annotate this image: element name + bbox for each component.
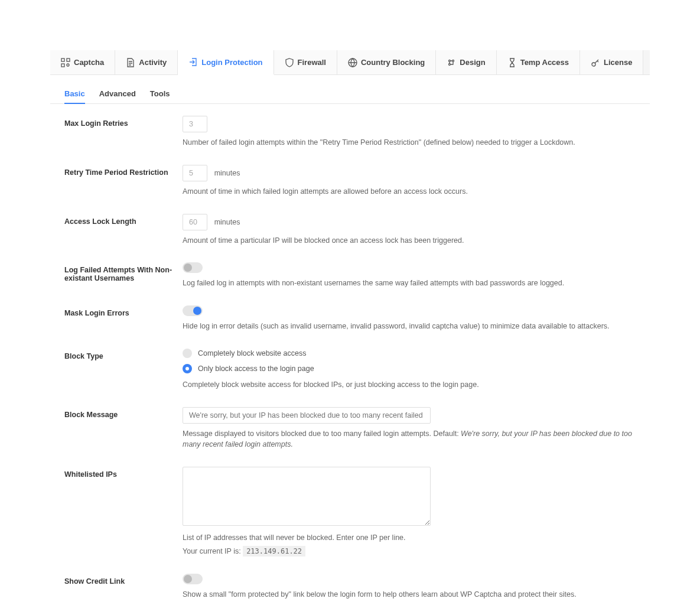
key-icon (591, 58, 600, 67)
tab-activity[interactable]: Activity (115, 50, 178, 74)
block-type-label: Block Type (64, 349, 183, 360)
svg-rect-1 (67, 58, 70, 61)
tab-label: Captcha (74, 58, 104, 67)
block-message-input[interactable] (183, 407, 431, 424)
retry-period-suffix: minutes (214, 169, 240, 177)
credit-link-label: Show Credit Link (64, 574, 183, 586)
max-retries-label: Max Login Retries (64, 116, 183, 128)
sub-tabs: BasicAdvancedTools (50, 75, 650, 104)
login-icon (188, 57, 198, 67)
log-failed-help: Log failed log in attempts with non-exis… (183, 278, 636, 289)
lock-length-input[interactable] (183, 214, 207, 230)
subtab-tools[interactable]: Tools (150, 84, 170, 103)
tab-design[interactable]: Design (436, 50, 496, 74)
svg-rect-0 (61, 58, 64, 61)
mask-errors-help: Hide log in error details (such as inval… (183, 321, 636, 332)
radio-icon (183, 364, 192, 373)
globe-icon (348, 58, 357, 67)
current-ip-value: 213.149.61.22 (243, 546, 305, 557)
whitelisted-ips-textarea[interactable] (183, 467, 431, 526)
tab-label: Country Blocking (361, 58, 425, 67)
lock-length-help: Amount of time a particular IP will be b… (183, 235, 636, 246)
form-area: Max Login Retries Number of failed login… (50, 116, 650, 605)
block-message-label: Block Message (64, 407, 183, 419)
block-type-option-1[interactable]: Only block access to the login page (183, 364, 636, 373)
lock-length-suffix: minutes (214, 218, 240, 226)
whitelisted-ips-help: List of IP addresses that will never be … (183, 532, 636, 544)
file-icon (126, 58, 135, 67)
block-type-option-0[interactable]: Completely block website access (183, 349, 636, 358)
svg-point-6 (452, 60, 454, 61)
block-message-help: Message displayed to visitors blocked du… (183, 428, 636, 451)
mask-errors-toggle[interactable] (183, 305, 203, 316)
lock-length-label: Access Lock Length (64, 214, 183, 226)
max-retries-help: Number of failed login attempts within t… (183, 137, 636, 148)
tab-label: License (604, 58, 632, 67)
radio-label: Only block access to the login page (198, 365, 314, 373)
credit-link-help: Show a small "form protected by" link be… (183, 589, 636, 600)
tab-label: Firewall (298, 58, 326, 67)
tab-label: Design (460, 58, 485, 67)
current-ip-line: Your current IP is: 213.149.61.22 (183, 546, 636, 557)
retry-period-input[interactable] (183, 165, 207, 181)
credit-link-toggle[interactable] (183, 574, 203, 584)
radio-icon (183, 349, 192, 358)
subtab-basic[interactable]: Basic (64, 84, 85, 104)
hourglass-icon (507, 58, 517, 67)
tab-label: Login Protection (201, 58, 262, 67)
retry-period-label: Retry Time Period Restriction (64, 165, 183, 177)
captcha-icon (61, 58, 70, 67)
svg-rect-2 (61, 64, 64, 67)
radio-label: Completely block website access (198, 349, 306, 357)
tab-temp-access[interactable]: Temp Access (497, 50, 580, 74)
max-retries-input[interactable] (183, 116, 207, 132)
tab-login-protection[interactable]: Login Protection (178, 50, 274, 75)
log-failed-label: Log Failed Attempts With Non-existant Us… (64, 262, 183, 282)
tab-license[interactable]: License (580, 50, 643, 74)
mask-errors-label: Mask Login Errors (64, 305, 183, 317)
tab-firewall[interactable]: Firewall (274, 50, 337, 74)
tab-label: Temp Access (520, 58, 569, 67)
whitelisted-ips-label: Whitelisted IPs (64, 467, 183, 479)
tab-captcha[interactable]: Captcha (50, 50, 115, 74)
main-tabs: CaptchaActivityLogin ProtectionFirewallC… (50, 50, 650, 75)
design-icon (447, 58, 456, 67)
svg-point-7 (449, 63, 451, 65)
block-type-help: Completely block website access for bloc… (183, 379, 636, 391)
tab-country-blocking[interactable]: Country Blocking (337, 50, 436, 74)
svg-point-5 (449, 60, 451, 61)
subtab-advanced[interactable]: Advanced (99, 84, 136, 103)
shield-icon (285, 58, 294, 67)
tab-label: Activity (139, 58, 167, 67)
svg-point-3 (67, 64, 69, 66)
retry-period-help: Amount of time in which failed login att… (183, 186, 636, 197)
log-failed-toggle[interactable] (183, 262, 203, 273)
